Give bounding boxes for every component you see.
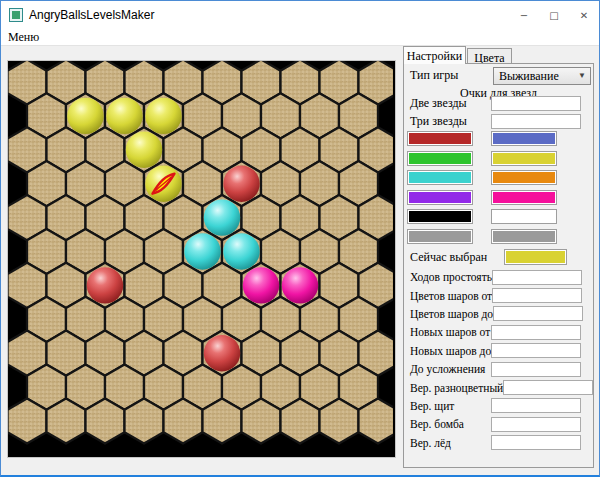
star-fields: Две звездыТри звезды [410, 95, 581, 130]
settings-input[interactable] [492, 270, 582, 285]
field-label: Цветов шаров до [410, 308, 493, 320]
game-type-dropdown[interactable]: Выживание ▼ [493, 67, 591, 85]
field-label: Новых шаров до [410, 345, 491, 357]
maximize-button[interactable]: □ [539, 1, 569, 29]
palette-row [407, 229, 557, 249]
color-swatch-button[interactable] [491, 190, 557, 205]
star-score-input[interactable] [491, 96, 581, 111]
settings-fields: Ходов простоятьЦветов шаров отЦветов шар… [410, 268, 581, 452]
settings-field-row: Ходов простоять [410, 268, 581, 286]
settings-field-row: До усложнения [410, 360, 581, 378]
app-window: AngryBallsLevelsMaker − □ ✕ Меню [0, 0, 600, 477]
app-icon [9, 8, 23, 22]
selected-color-swatch [504, 249, 567, 265]
ball-red[interactable] [87, 267, 123, 303]
color-swatch-button[interactable] [407, 151, 473, 166]
ball-cyan[interactable] [204, 199, 240, 235]
ball-red[interactable] [204, 335, 240, 371]
tab-colors[interactable]: Цвета [467, 48, 512, 64]
selected-color-label: Сейчас выбран [410, 250, 487, 265]
settings-field-row: Цветов шаров до [410, 305, 581, 323]
hex-cell[interactable] [203, 398, 242, 443]
title-bar: AngryBallsLevelsMaker − □ ✕ [1, 1, 599, 29]
palette-row [407, 190, 557, 210]
game-type-value: Выживание [499, 69, 559, 84]
field-label: Новых шаров от [410, 326, 491, 338]
ball-yellow[interactable] [106, 98, 142, 134]
settings-input[interactable] [493, 306, 583, 321]
color-swatch-button[interactable] [407, 190, 473, 205]
settings-input[interactable] [491, 362, 581, 377]
settings-field-row: Вер. разноцветный [410, 378, 581, 396]
palette-row [407, 151, 557, 171]
star-field-row: Три звезды [410, 113, 581, 131]
field-label: Три звезды [410, 114, 491, 129]
hex-board[interactable] [7, 60, 396, 458]
ball-cyan[interactable] [223, 233, 259, 269]
hex-cell[interactable] [164, 398, 203, 443]
field-label: Вер. разноцветный [410, 382, 503, 394]
ball-yellow[interactable] [145, 98, 181, 134]
settings-field-row: Вер. бомба [410, 415, 581, 433]
settings-page: Тип игры Выживание ▼ Очки для звезд Две … [403, 63, 594, 468]
color-palette [407, 131, 557, 249]
color-swatch-button[interactable] [407, 170, 473, 185]
settings-input[interactable] [491, 398, 581, 413]
palette-row [407, 131, 557, 151]
palette-row [407, 209, 557, 229]
ball-pink[interactable] [243, 267, 279, 303]
hex-cell[interactable] [125, 398, 164, 443]
settings-input[interactable] [491, 325, 581, 340]
star-score-input[interactable] [491, 114, 581, 129]
settings-input[interactable] [491, 417, 581, 432]
close-button[interactable]: ✕ [569, 1, 599, 29]
hex-cell[interactable] [320, 398, 359, 443]
hex-cell[interactable] [86, 398, 125, 443]
hex-cell[interactable] [281, 398, 320, 443]
color-swatch-button[interactable] [491, 209, 557, 224]
window-title: AngryBallsLevelsMaker [29, 8, 154, 22]
ball-yellow[interactable] [126, 132, 162, 168]
color-swatch-button[interactable] [491, 131, 557, 146]
color-swatch-button[interactable] [407, 209, 473, 224]
palette-row [407, 170, 557, 190]
main-content: Настройки Цвета Тип игры Выживание ▼ Очк… [1, 46, 599, 476]
menu-bar: Меню [1, 29, 599, 46]
field-label: Вер. щит [410, 400, 491, 412]
field-label: До усложнения [410, 363, 491, 375]
ball-yellow[interactable] [67, 98, 103, 134]
settings-field-row: Новых шаров до [410, 342, 581, 360]
field-label: Вер. бомба [410, 418, 491, 430]
field-label: Вер. лёд [410, 437, 491, 449]
field-label: Ходов простоять [410, 271, 492, 283]
hex-cell[interactable] [47, 398, 86, 443]
settings-input[interactable] [492, 288, 582, 303]
color-swatch-button[interactable] [491, 151, 557, 166]
ball-cyan[interactable] [184, 233, 220, 269]
chevron-down-icon: ▼ [578, 71, 586, 80]
settings-input[interactable] [491, 343, 581, 358]
color-swatch-button[interactable] [491, 229, 557, 244]
ball-red[interactable] [223, 166, 259, 202]
color-swatch-button[interactable] [407, 229, 473, 244]
color-swatch-button[interactable] [407, 131, 473, 146]
tab-settings[interactable]: Настройки [403, 46, 466, 64]
settings-field-row: Вер. щит [410, 397, 581, 415]
settings-input[interactable] [491, 435, 581, 450]
settings-field-row: Вер. лёд [410, 434, 581, 452]
field-label: Цветов шаров от [410, 290, 492, 302]
hex-cell[interactable] [8, 398, 47, 443]
menu-item-menu[interactable]: Меню [1, 30, 46, 45]
hex-cell[interactable] [242, 398, 281, 443]
minimize-button[interactable]: − [509, 1, 539, 29]
settings-field-row: Цветов шаров от [410, 286, 581, 304]
ball-pink[interactable] [282, 267, 318, 303]
star-field-row: Две звезды [410, 95, 581, 113]
color-swatch-button[interactable] [491, 170, 557, 185]
field-label: Две звезды [410, 96, 491, 111]
settings-input[interactable] [503, 380, 593, 395]
settings-field-row: Новых шаров от [410, 323, 581, 341]
